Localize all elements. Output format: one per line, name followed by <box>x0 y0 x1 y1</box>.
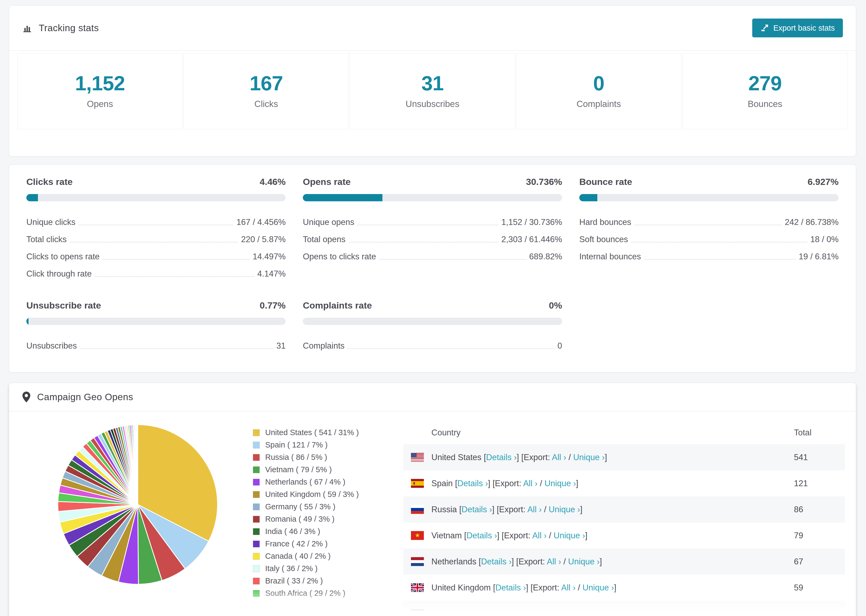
progress-bar-track <box>26 194 286 201</box>
table-row-spain: Spain [Details ›] [Export: All › / Uniqu… <box>403 470 845 497</box>
export-unique-link-united-kingdom[interactable]: Unique › <box>583 583 614 592</box>
slash-text: / <box>561 557 568 566</box>
legend-item-brazil[interactable]: Brazil ( 33 / 2% ) <box>253 577 403 585</box>
flag-vn-icon: ★ <box>411 531 424 540</box>
details-link-united-kingdom[interactable]: Details › <box>495 583 526 592</box>
rate-row-value: 0 <box>557 341 562 351</box>
dotted-leader <box>80 348 273 349</box>
legend-swatch-icon <box>253 454 260 461</box>
export-all-link-netherlands[interactable]: All › <box>547 557 561 566</box>
export-unique-link-germany[interactable]: Unique › <box>557 609 589 616</box>
progress-bar-track <box>26 318 286 325</box>
details-link-spain[interactable]: Details › <box>457 479 488 488</box>
export-all-link-spain[interactable]: All › <box>523 479 537 488</box>
country-text: United Kingdom [Details ›] [Export: All … <box>431 583 616 592</box>
export-unique-link-russia[interactable]: Unique › <box>549 505 580 514</box>
pie-slice-other-49[interactable] <box>137 425 138 504</box>
rate-row-value: 14.497% <box>253 252 286 261</box>
details-link-russia[interactable]: Details › <box>461 505 492 514</box>
legend-item-united-kingdom[interactable]: United Kingdom ( 59 / 3% ) <box>253 490 403 499</box>
rate-stat-row: Total clicks220 / 5.87% <box>26 231 286 248</box>
stat-value: 0 <box>593 73 604 94</box>
country-text: Russia [Details ›] [Export: All › / Uniq… <box>431 505 583 514</box>
bracket-text: [ <box>466 609 470 616</box>
legend-item-spain[interactable]: Spain ( 121 / 7% ) <box>253 440 403 449</box>
export-icon <box>760 24 769 32</box>
legend-label: India ( 46 / 3% ) <box>265 527 320 536</box>
rate-row-label: Complaints <box>303 341 345 351</box>
column-header-country: Country <box>403 428 794 438</box>
rate-row-label: Unique clicks <box>26 217 76 227</box>
rate-head: Unsubscribe rate0.77% <box>26 300 286 311</box>
legend-item-south-africa[interactable]: South Africa ( 29 / 2% ) <box>253 589 403 598</box>
details-link-germany[interactable]: Details › <box>471 609 501 616</box>
total-value: 86 <box>794 505 845 514</box>
table-row-netherlands: Netherlands [Details ›] [Export: All › /… <box>403 548 845 575</box>
export-all-link-germany[interactable]: All › <box>536 609 550 616</box>
dotted-leader <box>103 259 249 259</box>
rate-row-value: 18 / 0% <box>810 235 839 244</box>
rate-row-value: 31 <box>277 341 286 351</box>
campaign-geo-opens-card: Campaign Geo Opens United States ( 541 /… <box>9 383 856 616</box>
slash-text: / <box>546 531 553 540</box>
legend-item-canada[interactable]: Canada ( 40 / 2% ) <box>253 552 403 561</box>
export-all-link-united-states[interactable]: All › <box>552 453 566 462</box>
legend-label: Romania ( 49 / 3% ) <box>265 515 335 523</box>
export-unique-link-netherlands[interactable]: Unique › <box>568 557 600 566</box>
export-unique-link-united-states[interactable]: Unique › <box>573 453 605 462</box>
legend-item-united-states[interactable]: United States ( 541 / 31% ) <box>253 428 403 437</box>
stat-value: 167 <box>250 73 283 94</box>
progress-bar-track <box>579 194 839 201</box>
rate-row-value: 4.147% <box>257 269 286 279</box>
stat-value: 279 <box>748 73 782 94</box>
details-link-netherlands[interactable]: Details › <box>481 557 512 566</box>
details-link-vietnam[interactable]: Details › <box>466 531 497 540</box>
legend-label: Netherlands ( 67 / 4% ) <box>265 478 345 486</box>
country-name: United Kingdom <box>431 583 491 592</box>
legend-item-netherlands[interactable]: Netherlands ( 67 / 4% ) <box>253 478 403 486</box>
legend-swatch-icon <box>253 528 260 535</box>
country-text: Spain [Details ›] [Export: All › / Uniqu… <box>431 479 578 488</box>
total-value: 541 <box>794 453 845 462</box>
rate-value: 0% <box>549 300 562 311</box>
flag-nl-icon <box>411 557 424 566</box>
rate-value: 6.927% <box>808 177 839 187</box>
progress-bar-fill <box>303 194 383 201</box>
geo-pie-chart <box>54 421 221 588</box>
legend-item-romania[interactable]: Romania ( 49 / 3% ) <box>253 515 403 523</box>
legend-swatch-icon <box>253 442 260 449</box>
export-unique-link-spain[interactable]: Unique › <box>544 479 576 488</box>
export-all-link-vietnam[interactable]: All › <box>532 531 546 540</box>
legend-item-france[interactable]: France ( 42 / 2% ) <box>253 539 403 548</box>
country-name: Germany <box>431 609 466 616</box>
details-link-united-states[interactable]: Details › <box>486 453 516 462</box>
bracket-close-text: ] <box>605 453 607 462</box>
rate-stat-row: Unique clicks167 / 4.456% <box>26 214 286 231</box>
rate-row-label: Total clicks <box>26 235 67 244</box>
export-all-link-united-kingdom[interactable]: All › <box>561 583 575 592</box>
rate-value: 0.77% <box>260 300 286 311</box>
legend-label: United States ( 541 / 31% ) <box>265 428 359 437</box>
export-basic-stats-button[interactable]: Export basic stats <box>752 19 843 37</box>
geo-header: Campaign Geo Opens <box>9 383 856 412</box>
rate-row-value: 689.82% <box>529 252 562 261</box>
legend-swatch-icon <box>253 565 260 572</box>
slash-text: / <box>576 583 583 592</box>
legend-item-germany[interactable]: Germany ( 55 / 3% ) <box>253 502 403 511</box>
total-value: 79 <box>794 531 845 541</box>
legend-swatch-icon <box>253 578 260 585</box>
slash-text: / <box>566 453 573 462</box>
legend-item-italy[interactable]: Italy ( 36 / 2% ) <box>253 564 403 573</box>
export-unique-link-vietnam[interactable]: Unique › <box>553 531 585 540</box>
export-all-link-russia[interactable]: All › <box>527 505 542 514</box>
bracket-text: [ <box>491 583 495 592</box>
rate-rows: Complaints0 <box>303 337 562 355</box>
legend-item-india[interactable]: India ( 46 / 3% ) <box>253 527 403 536</box>
legend-item-russia[interactable]: Russia ( 86 / 5% ) <box>253 453 403 462</box>
country-cell: Russia [Details ›] [Export: All › / Uniq… <box>403 505 794 514</box>
rate-stat-row: Unsubscribes31 <box>26 337 286 355</box>
table-row-russia: Russia [Details ›] [Export: All › / Uniq… <box>403 497 845 522</box>
export-label-text: ] [Export: <box>492 505 527 514</box>
legend-item-vietnam[interactable]: Vietnam ( 79 / 5% ) <box>253 465 403 474</box>
geo-body: United States ( 541 / 31% )Spain ( 121 /… <box>9 412 856 616</box>
